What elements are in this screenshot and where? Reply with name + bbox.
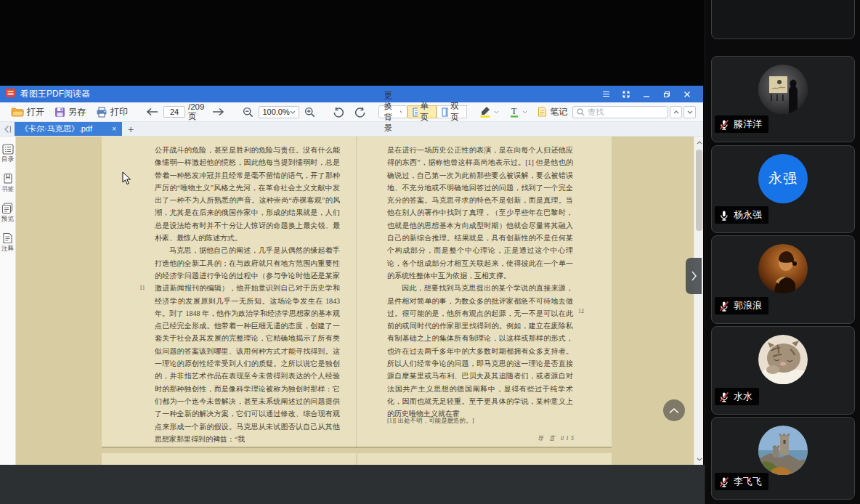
chevron-right-icon xyxy=(691,270,697,282)
page-total-label: /209页 xyxy=(188,102,204,122)
notes-label: 笔记 xyxy=(550,106,567,118)
menu-icon[interactable] xyxy=(596,86,616,102)
search-icon xyxy=(577,108,585,116)
restore-icon[interactable] xyxy=(657,86,677,102)
participant-tile[interactable]: 李飞飞 xyxy=(711,417,855,500)
zoom-level-dropdown[interactable]: 100.0% xyxy=(259,106,299,118)
right-page-text: 是在进行一场历史公正性的表演，是在向每个人归还他应得的东西”，据称他曾这样高尚地… xyxy=(387,144,573,420)
zoom-in-icon[interactable] xyxy=(299,104,320,120)
search-input[interactable] xyxy=(588,107,660,116)
castle-photo xyxy=(758,426,808,475)
participant-name-badge: 李飞飞 xyxy=(715,473,768,490)
single-page-button[interactable]: 单页 xyxy=(407,105,437,118)
pdf-page-spread: 11 公开战斗的危险，甚至是胜利的危险与责任。没有什么能像懦弱一样激起他的愤怒，… xyxy=(102,137,612,448)
pdf-reader-window: 看图王PDF阅读器 xyxy=(0,86,703,465)
chevron-down-icon xyxy=(494,110,499,114)
next-page-flyout-button[interactable] xyxy=(686,258,702,294)
tab-karl-marx-pdf[interactable]: 《卡尔·马克思》.pdf × xyxy=(15,122,122,136)
microphone-muted-icon xyxy=(718,391,730,403)
open-label: 打开 xyxy=(27,106,44,118)
sidebar-item-annotations[interactable]: 注释 xyxy=(1,232,15,252)
fullscreen-icon[interactable] xyxy=(616,86,636,102)
screen-share-background xyxy=(0,465,705,504)
chevron-up-icon xyxy=(668,407,680,414)
underline-text-button[interactable]: T xyxy=(504,104,532,120)
participant-tile[interactable]: 滕洋洋 xyxy=(711,56,855,142)
shared-screen-region: 看图王PDF阅读器 xyxy=(0,0,705,504)
previous-page-icon[interactable] xyxy=(140,104,163,120)
highlighter-icon xyxy=(479,106,491,118)
main-toolbar: 打开 另存 打印 /209页 100.0 xyxy=(0,102,703,122)
side-panel-bar: 目录 书签 预览 注释 xyxy=(0,137,16,465)
back-to-top-button[interactable] xyxy=(663,399,685,421)
chevron-down-icon xyxy=(522,110,527,114)
page-fold-divider xyxy=(356,137,357,448)
left-page-text: 公开战斗的危险，甚至是胜利的危险与责任。没有什么能像懦弱一样激起他的愤怒，因此他… xyxy=(155,144,340,445)
app-logo-icon xyxy=(6,88,16,101)
participant-name-badge: 郭浪浪 xyxy=(715,297,768,314)
highlighter-button[interactable] xyxy=(474,104,504,120)
change-background-dropdown[interactable]: 更换背景 xyxy=(378,105,408,118)
find-next-button[interactable] xyxy=(683,106,696,118)
sidebar-item-bookmarks[interactable]: 书签 xyxy=(1,173,15,192)
double-page-icon xyxy=(442,107,449,117)
window-title: 看图王PDF阅读器 xyxy=(20,88,90,100)
rotate-right-icon[interactable] xyxy=(349,104,371,120)
participant-name: 滕洋洋 xyxy=(734,118,762,131)
participant-name: 杨永强 xyxy=(734,208,762,221)
single-page-label: 单页 xyxy=(420,101,431,123)
annotation-icon xyxy=(2,232,13,244)
search-field[interactable] xyxy=(572,106,668,118)
right-margin-number: 12 xyxy=(578,308,584,314)
participant-tile[interactable]: 水水 xyxy=(711,326,855,415)
collapse-tabs-icon[interactable] xyxy=(0,122,15,136)
tab-close-icon[interactable]: × xyxy=(112,125,116,133)
find-previous-button[interactable] xyxy=(670,106,682,118)
participant-tile[interactable]: 永强 杨永强 xyxy=(711,145,855,233)
save-as-button[interactable]: 另存 xyxy=(49,104,91,120)
avatar xyxy=(758,335,808,384)
next-page-icon[interactable] xyxy=(207,104,230,120)
chevron-down-icon xyxy=(290,110,296,114)
scrollbar-thumb[interactable] xyxy=(696,150,702,231)
zoom-out-icon[interactable] xyxy=(238,104,259,120)
double-page-label: 双页 xyxy=(450,101,462,123)
page-number-input[interactable] xyxy=(163,106,185,118)
paragraph: 因此，想要找到马克思提出的某个学说的直接来源，是件相对简单的事，为数众多的批评家… xyxy=(387,282,573,420)
microphone-muted-icon xyxy=(718,300,730,312)
scroll-up-icon[interactable] xyxy=(694,138,703,147)
participant-name-badge: 滕洋洋 xyxy=(715,115,768,133)
next-page-spread-preview xyxy=(102,453,612,465)
thumbnails-icon xyxy=(1,203,14,214)
close-icon[interactable] xyxy=(677,86,697,102)
participant-name: 李飞飞 xyxy=(734,475,762,488)
tab-title: 《卡尔·马克思》.pdf xyxy=(20,123,92,134)
double-page-button[interactable]: 双页 xyxy=(437,105,468,118)
paragraph: 公开战斗的危险，甚至是胜利的危险与责任。没有什么能像懦弱一样激起他的愤怒，因此他… xyxy=(155,144,340,244)
participant-tile-partial[interactable] xyxy=(711,0,855,39)
print-button[interactable]: 打印 xyxy=(91,104,133,120)
microphone-on-icon xyxy=(718,209,730,221)
notes-button[interactable]: 笔记 xyxy=(532,104,572,120)
scroll-down-icon[interactable] xyxy=(694,455,703,463)
paragraph: 是在进行一场历史公正性的表演，是在向每个人归还他应得的东西”，据称他曾这样高尚地… xyxy=(387,144,573,282)
tab-bar: 《卡尔·马克思》.pdf × + xyxy=(0,122,703,137)
participant-tile[interactable]: 郭浪浪 xyxy=(711,235,855,324)
minimize-icon[interactable] xyxy=(636,86,657,102)
participant-name-badge: 杨永强 xyxy=(715,206,768,224)
paragraph: 马克思，据他自己的阐述，几乎是从偶然的缘起着手打造他的全新工具的；在与政府就只有… xyxy=(155,244,340,445)
avatar xyxy=(758,426,808,475)
sidebar-item-thumbnails[interactable]: 预览 xyxy=(1,203,15,222)
print-label: 打印 xyxy=(110,106,128,118)
svg-text:T: T xyxy=(511,106,517,116)
page-footer: 导 言 015 xyxy=(538,434,576,442)
open-button[interactable]: 打开 xyxy=(6,104,49,120)
zoom-level-value: 100.0% xyxy=(262,107,289,116)
microphone-muted-icon xyxy=(718,118,730,131)
mouse-cursor xyxy=(122,171,131,185)
sidebar-item-toc[interactable]: 目录 xyxy=(1,144,15,163)
new-tab-button[interactable]: + xyxy=(122,122,139,136)
rotate-left-icon[interactable] xyxy=(328,104,349,120)
meeting-participants-panel: 滕洋洋 永强 杨永强 xyxy=(705,0,860,504)
vertical-scrollbar[interactable] xyxy=(694,137,703,465)
